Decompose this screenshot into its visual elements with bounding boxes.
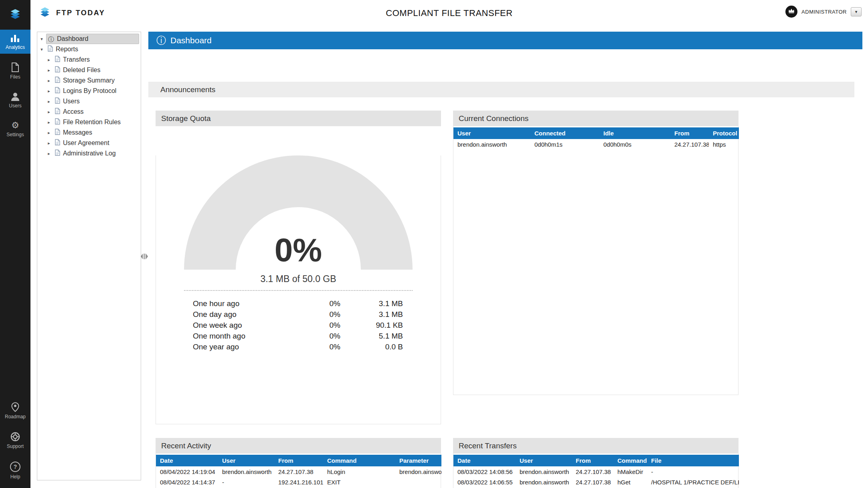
tree-node[interactable]: ⓘ Dashboard — [46, 34, 139, 44]
recent-activity-title: Recent Activity — [161, 442, 211, 450]
tree-item-label: Administrative Log — [63, 150, 116, 157]
history-size: 0.0 B — [340, 343, 403, 351]
chevron-right-icon[interactable]: ▸ — [45, 109, 53, 115]
cell-idle: 0d0h0m0s — [599, 139, 670, 149]
storage-history-table: One hour ago 0% 3.1 MB One day ago 0% 3.… — [184, 298, 413, 352]
history-size: 5.1 MB — [340, 332, 403, 341]
tree-item[interactable]: ▸ Administrative Log — [37, 148, 141, 159]
nav-tree-panel: ▾ ⓘ Dashboard ▾ Reports — [37, 32, 141, 480]
activity-row[interactable]: 08/04/2022 14:19:04 brendon.ainsworth 24… — [156, 466, 441, 477]
icon-rail: Analytics Files Users ⚙ Settings — [0, 0, 30, 488]
cell-from: 192.241.216.101 — [274, 477, 323, 487]
tree-item[interactable]: ▸ User Agreement — [37, 138, 141, 148]
chevron-down-icon[interactable]: ▾ — [37, 36, 46, 42]
tree-item-label: File Retention Rules — [63, 119, 121, 126]
recent-activity-panel: Recent Activity DateUserFromCommandParam… — [156, 438, 441, 488]
rail-item-support[interactable]: Support — [0, 428, 30, 453]
top-panels-row: Storage Quota 0% 3.1 MB of 50.0 GB — [148, 111, 862, 424]
rail-item-label: Analytics — [6, 44, 25, 50]
chevron-right-icon[interactable]: ▸ — [45, 89, 53, 94]
chevron-right-icon[interactable]: ▸ — [45, 99, 53, 104]
history-percent: 0% — [292, 299, 340, 308]
user-icon — [10, 92, 20, 101]
chevron-down-icon[interactable]: ▾ — [37, 47, 46, 52]
tree-node[interactable]: File Retention Rules — [53, 117, 139, 127]
tree-node[interactable]: Access — [53, 107, 139, 117]
column-header: From — [572, 455, 613, 466]
rail-item-label: Settings — [6, 132, 24, 137]
rail-item-settings[interactable]: ⚙ Settings — [0, 117, 30, 141]
chevron-right-icon[interactable]: ▸ — [45, 151, 53, 156]
question-circle-icon: ? — [10, 462, 20, 472]
chevron-down-icon: ▾ — [855, 9, 858, 14]
chevron-right-icon[interactable]: ▸ — [45, 68, 53, 73]
cell-user: - — [218, 477, 274, 487]
report-doc-icon — [55, 129, 60, 137]
report-doc-icon — [48, 45, 53, 53]
column-header: Date — [156, 455, 218, 466]
recent-activity-body: DateUserFromCommandParameter 08/04/2022 … — [156, 454, 441, 488]
tree-node[interactable]: Storage Summary — [53, 76, 139, 85]
announcements-section-header[interactable]: Announcements — [148, 82, 854, 97]
chevron-right-icon[interactable]: ▸ — [45, 130, 53, 135]
current-connections-table: UserConnectedIdleFromProtocol brendon.ai… — [453, 127, 739, 149]
chevron-right-icon[interactable]: ▸ — [45, 57, 53, 63]
tree-item-label: Users — [63, 98, 80, 105]
current-connections-header: Current Connections — [453, 111, 739, 126]
account-menu-button[interactable]: ▾ — [851, 7, 862, 16]
column-header: User — [453, 127, 530, 139]
info-icon: ⓘ — [156, 36, 166, 45]
tree-node[interactable]: Administrative Log — [53, 149, 139, 158]
splitter-drag-handle[interactable] — [140, 252, 149, 261]
tree-item[interactable]: ▸ File Retention Rules — [37, 117, 141, 127]
tree-item[interactable]: ▸ Access — [37, 107, 141, 117]
chevron-right-icon[interactable]: ▸ — [45, 120, 53, 125]
history-size: 3.1 MB — [340, 299, 403, 308]
transfer-row[interactable]: 08/03/2022 14:08:56 brendon.ainsworth 24… — [453, 466, 739, 477]
tree-node[interactable]: Messages — [53, 128, 139, 137]
history-label: One day ago — [193, 310, 292, 319]
rail-item-files[interactable]: Files — [0, 58, 30, 83]
recent-transfers-table: DateUserFromCommandFile 08/03/2022 14:08… — [453, 455, 739, 488]
tree-item[interactable]: ▸ Users — [37, 96, 141, 107]
history-size: 90.1 KB — [340, 321, 403, 330]
tree-node[interactable]: Deleted Files — [53, 65, 139, 75]
tree-item-label: Access — [63, 108, 84, 115]
chevron-right-icon[interactable]: ▸ — [45, 78, 53, 83]
tree-item[interactable]: ▸ Messages — [37, 127, 141, 138]
activity-row[interactable]: 08/04/2022 14:14:37 - 192.241.216.101 EX… — [156, 477, 441, 487]
cell-from: 24.27.107.38 — [572, 466, 613, 477]
tree-node[interactable]: Logins By Protocol — [53, 86, 139, 96]
tree-item[interactable]: ▸ Logins By Protocol — [37, 86, 141, 96]
rail-item-roadmap[interactable]: Roadmap — [0, 398, 30, 423]
rail-item-users[interactable]: Users — [0, 88, 30, 112]
tree-item-reports[interactable]: ▾ Reports — [37, 44, 141, 54]
tree-item-label: Transfers — [63, 56, 90, 63]
tree-item[interactable]: ▸ Deleted Files — [37, 65, 141, 75]
history-percent: 0% — [292, 310, 340, 319]
dotted-divider — [184, 290, 413, 291]
history-label: One week ago — [193, 321, 292, 330]
storage-history-row: One week ago 0% 90.1 KB — [184, 320, 413, 331]
app-logo-button[interactable] — [0, 0, 30, 30]
cell-user: brendon.ainsworth — [516, 466, 572, 477]
tree-item[interactable]: ▸ Storage Summary — [37, 75, 141, 86]
connection-row[interactable]: brendon.ainsworth 0d0h0m1s 0d0h0m0s 24.2… — [453, 139, 739, 149]
tree-node[interactable]: Reports — [46, 44, 139, 54]
rail-item-help[interactable]: ? Help — [0, 458, 30, 483]
rail-item-analytics[interactable]: Analytics — [0, 30, 30, 54]
tree-item-dashboard[interactable]: ▾ ⓘ Dashboard — [37, 34, 141, 44]
crown-button[interactable] — [785, 6, 797, 18]
column-header: User — [516, 455, 572, 466]
chevron-right-icon[interactable]: ▸ — [45, 141, 53, 146]
tree-node[interactable]: Users — [53, 97, 139, 106]
cell-parameter: brendon.ainsworth — [395, 466, 441, 477]
tree-node[interactable]: User Agreement — [53, 138, 139, 148]
history-label: One month ago — [193, 332, 292, 341]
tree-item-label: Dashboard — [57, 35, 88, 42]
tree-node[interactable]: Transfers — [53, 55, 139, 65]
transfer-row[interactable]: 08/03/2022 14:06:55 brendon.ainsworth 24… — [453, 477, 739, 487]
tree-item-label: Reports — [56, 46, 78, 53]
recent-activity-header: Recent Activity — [156, 438, 441, 454]
tree-item[interactable]: ▸ Transfers — [37, 54, 141, 65]
